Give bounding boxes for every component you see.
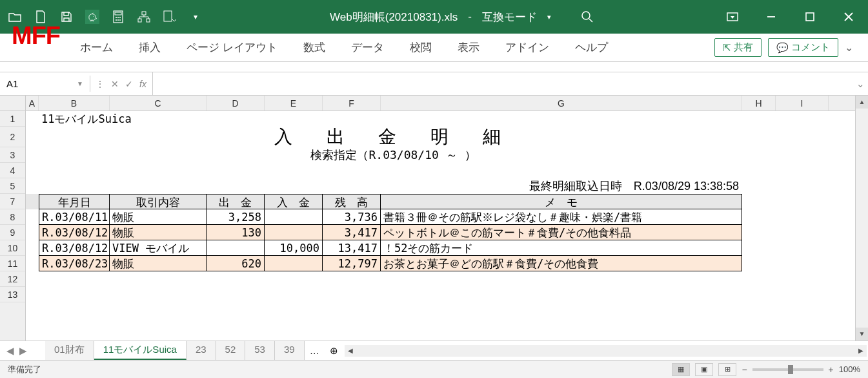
row-header[interactable]: 7: [0, 194, 25, 209]
col-header[interactable]: A: [26, 96, 39, 110]
cancel-formula-icon[interactable]: ✕: [111, 79, 119, 89]
row-header[interactable]: 8: [0, 209, 25, 225]
cell-memo[interactable]: ！52その筋カード: [381, 240, 742, 256]
cell-bal[interactable]: 13,417: [323, 240, 381, 256]
sheet-tabs-more[interactable]: …: [305, 342, 325, 359]
org-chart-icon[interactable]: [137, 10, 151, 24]
enter-formula-icon[interactable]: ✓: [125, 79, 133, 89]
formula-expand-icon[interactable]: ⌄: [853, 78, 868, 90]
col-header[interactable]: C: [110, 96, 207, 110]
row-header[interactable]: 4: [0, 163, 25, 178]
tab-home[interactable]: ホーム: [70, 35, 123, 60]
row-header[interactable]: 11: [0, 256, 25, 271]
search-range-cell[interactable]: 検索指定（R.03/08/10 ～ ）: [39, 147, 749, 163]
cell-in[interactable]: [265, 225, 323, 240]
comment-button[interactable]: 💬コメント: [768, 38, 838, 57]
piggy-bank-icon[interactable]: [85, 10, 99, 24]
tab-data[interactable]: データ: [341, 35, 394, 60]
cell-out[interactable]: 3,258: [207, 209, 265, 225]
zoom-level[interactable]: 100%: [839, 364, 860, 374]
search-icon[interactable]: [581, 10, 594, 23]
cell-out[interactable]: [207, 240, 265, 256]
col-header[interactable]: H: [742, 96, 776, 110]
col-header[interactable]: E: [265, 96, 323, 110]
sheet-tab[interactable]: 39: [275, 341, 305, 360]
th-memo[interactable]: メ モ: [381, 194, 742, 209]
tab-page-layout[interactable]: ページ レイアウト: [176, 35, 288, 60]
close-button[interactable]: [837, 8, 860, 26]
cell-date[interactable]: R.03/08/23: [39, 256, 110, 271]
maximize-button[interactable]: [798, 8, 822, 26]
account-name-cell[interactable]: 11モバイルSuica: [39, 111, 749, 127]
sheet-nav-prev-icon[interactable]: ◀: [6, 345, 14, 357]
scroll-right-icon[interactable]: ▶: [855, 347, 867, 354]
col-header[interactable]: F: [323, 96, 381, 110]
minimize-button[interactable]: [760, 8, 783, 26]
cell-date[interactable]: R.03/08/11: [39, 209, 110, 225]
scroll-down-icon[interactable]: ▼: [856, 328, 868, 341]
row-header[interactable]: 5: [0, 178, 25, 194]
row-header[interactable]: 2: [0, 127, 25, 147]
sheet-tab[interactable]: 53: [245, 341, 275, 360]
cell-in[interactable]: [265, 209, 323, 225]
cell-memo[interactable]: お茶とお菓子＠どの筋駅＃食費/その他食費: [381, 256, 742, 271]
new-sheet-button[interactable]: ⊕: [325, 342, 343, 359]
last-import-cell[interactable]: 最終明細取込日時 R.03/08/29 13:38:58: [381, 178, 742, 194]
th-desc[interactable]: 取引内容: [110, 194, 207, 209]
formula-input[interactable]: [152, 72, 853, 95]
th-in[interactable]: 入 金: [265, 194, 323, 209]
cell-memo[interactable]: ペットボトル＠この筋マート＃食費/その他食料品: [381, 225, 742, 240]
tab-help[interactable]: ヘルプ: [565, 35, 618, 60]
table-row[interactable]: R.03/08/23物販62012,797お茶とお菓子＠どの筋駅＃食費/その他食…: [26, 256, 855, 271]
th-bal[interactable]: 残 高: [323, 194, 381, 209]
sheet-tab[interactable]: 11モバイルSuica: [94, 341, 187, 360]
tab-insert[interactable]: 挿入: [128, 35, 171, 60]
scroll-left-icon[interactable]: ◀: [345, 347, 356, 354]
ribbon-display-icon[interactable]: [721, 8, 744, 26]
sheet-tab[interactable]: 23: [187, 341, 216, 360]
th-date[interactable]: 年月日: [39, 194, 110, 209]
grid-rows[interactable]: 11モバイルSuica 入 出 金 明 細 検索指定（R.03/08/10 ～ …: [26, 111, 855, 302]
sheet-nav-next-icon[interactable]: ▶: [19, 345, 27, 357]
name-box-dropdown-icon[interactable]: ▼: [77, 80, 83, 87]
table-row[interactable]: R.03/08/12物販1303,417ペットボトル＠この筋マート＃食費/その他…: [26, 225, 855, 240]
cell-memo[interactable]: 書籍３冊＠その筋駅※レジ袋なし＃趣味・娯楽/書籍: [381, 209, 742, 225]
scroll-up-icon[interactable]: ▲: [856, 96, 868, 109]
cell-bal[interactable]: 3,736: [323, 209, 381, 225]
fx-dots-icon[interactable]: ⋮: [96, 79, 105, 89]
zoom-out-button[interactable]: −: [742, 364, 747, 375]
horizontal-scrollbar[interactable]: ◀ ▶: [345, 345, 867, 357]
name-box[interactable]: A1 ▼: [0, 76, 90, 92]
cell-desc[interactable]: 物販: [110, 225, 207, 240]
col-header[interactable]: D: [207, 96, 265, 110]
tab-formulas[interactable]: 数式: [293, 35, 336, 60]
row-header[interactable]: 3: [0, 147, 25, 163]
view-page-layout-icon[interactable]: ▣: [695, 363, 713, 376]
cell-in[interactable]: 10,000: [265, 240, 323, 256]
table-row[interactable]: R.03/08/12VIEW モバイル10,00013,417！52その筋カード: [26, 240, 855, 256]
collapse-ribbon-icon[interactable]: ⌄: [845, 41, 863, 54]
table-row[interactable]: R.03/08/11物販3,2583,736書籍３冊＠その筋駅※レジ袋なし＃趣味…: [26, 209, 855, 225]
cell-date[interactable]: R.03/08/12: [39, 225, 110, 240]
compat-mode-label[interactable]: 互換モード: [482, 10, 537, 25]
compat-dropdown-icon[interactable]: ▾: [547, 13, 551, 21]
col-header[interactable]: I: [776, 96, 829, 110]
cell-desc[interactable]: 物販: [110, 256, 207, 271]
calculator-icon[interactable]: [111, 10, 125, 24]
view-normal-icon[interactable]: ▦: [672, 363, 690, 376]
select-all-corner[interactable]: [0, 96, 25, 111]
zoom-slider[interactable]: [752, 368, 823, 371]
cell-out[interactable]: 620: [207, 256, 265, 271]
zoom-in-button[interactable]: +: [829, 364, 834, 375]
sheet-tab[interactable]: 52: [216, 341, 246, 360]
doc-title-cell[interactable]: 入 出 金 明 細: [39, 127, 749, 147]
save-icon[interactable]: [59, 10, 74, 24]
cell-bal[interactable]: 12,797: [323, 256, 381, 271]
share-button[interactable]: ⇱共有: [714, 38, 762, 57]
col-header[interactable]: G: [381, 96, 742, 110]
tab-review[interactable]: 校閲: [399, 35, 442, 60]
cell-desc[interactable]: 物販: [110, 209, 207, 225]
row-header[interactable]: 13: [0, 287, 25, 302]
cell-in[interactable]: [265, 256, 323, 271]
tab-addins[interactable]: アドイン: [495, 35, 560, 60]
